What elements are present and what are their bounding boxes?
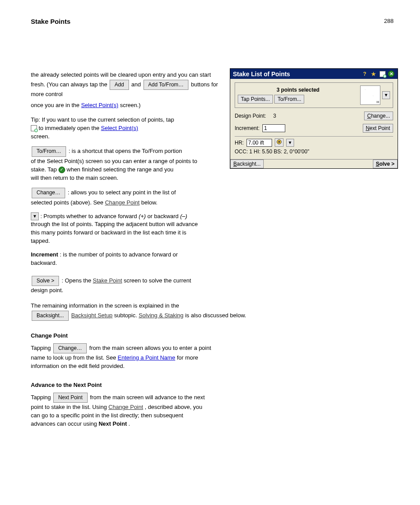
occ-status: OCC: 1 HI: 5.50 BS: 2, 0°00'00" xyxy=(235,149,393,155)
design-point-label: Design Point: xyxy=(235,113,266,119)
hr-target-button[interactable] xyxy=(275,138,284,147)
figure-stake-list: Stake List of Points ? ★ ✕ 3 points sele… xyxy=(230,68,398,169)
solving-staking-xref[interactable]: Solving & Staking xyxy=(139,312,184,319)
select-points-link-2[interactable]: Select Point(s) xyxy=(101,125,138,131)
close-icon[interactable]: ✕ xyxy=(387,70,395,78)
para-change: Change… : allows you to select any point… xyxy=(31,187,398,207)
change-point-xref[interactable]: Change Point xyxy=(105,199,140,206)
next-point-button-ref[interactable]: Next Point xyxy=(53,393,87,403)
change-button[interactable]: CChange...hange... xyxy=(364,111,393,120)
clipboard-icon xyxy=(31,125,37,131)
page-title: Stake Points xyxy=(31,18,398,25)
add-button-ref[interactable]: Add xyxy=(110,80,129,90)
page-number: 288 xyxy=(384,18,394,24)
figure-titlebar: Stake List of Points ? ★ ✕ xyxy=(230,69,398,79)
hr-label: HR: xyxy=(235,140,244,146)
increment-input[interactable] xyxy=(262,124,285,132)
heading-change-point: Change Point xyxy=(31,332,398,340)
para-increment: Increment : is the number of points to a… xyxy=(31,251,398,267)
para-remaining: The remaining information in the screen … xyxy=(31,302,398,321)
points-preview: H · · xyxy=(360,85,380,105)
preview-dropdown[interactable]: ▼ xyxy=(382,91,390,99)
next-point-button[interactable]: Next Point xyxy=(363,124,393,133)
backsight-button[interactable]: Backsight... xyxy=(230,160,264,168)
check-icon: ✓ xyxy=(59,167,65,173)
tap-points-button[interactable]: Tap Points... xyxy=(238,95,273,104)
backsight-button-ref[interactable]: Backsight... xyxy=(32,311,69,321)
select-points-link[interactable]: Select Point(s) xyxy=(81,102,118,108)
backsight-setup-xref[interactable]: Backsight Setup xyxy=(71,312,113,319)
entering-point-name-link[interactable]: Entering a Point Name xyxy=(118,354,175,361)
design-point-value: 3 xyxy=(273,113,276,119)
para-dropdown: ▼ : Prompts whether to advance forward (… xyxy=(31,212,398,245)
para-np: Tapping Next Point from the main screen … xyxy=(31,392,398,428)
points-summary: 3 points selected xyxy=(238,87,358,93)
target-icon xyxy=(276,139,282,145)
para-cp: Tapping Change… from the main screen all… xyxy=(31,343,398,371)
increment-label: Increment: xyxy=(235,125,260,131)
clipboard-icon[interactable] xyxy=(379,70,386,78)
solve-button[interactable]: Solve > xyxy=(373,160,398,168)
solve-button-ref[interactable]: Solve > xyxy=(32,276,59,286)
tofrom-button-ref[interactable]: To/From… xyxy=(32,146,66,156)
heading-advance: Advance to the Next Point xyxy=(31,381,398,390)
change-button-ref[interactable]: Change… xyxy=(32,188,65,198)
svg-point-1 xyxy=(278,141,280,143)
star-icon[interactable]: ★ xyxy=(370,70,377,78)
stake-point-xref[interactable]: Stake Point xyxy=(93,277,122,284)
change-point-xref-2[interactable]: Change Point xyxy=(108,404,143,410)
figure-title: Stake List of Points xyxy=(233,71,360,78)
hr-dropdown[interactable]: ▼ xyxy=(286,139,294,147)
to-from-button[interactable]: To/From... xyxy=(274,95,304,104)
help-icon[interactable]: ? xyxy=(361,70,368,78)
add-tofrom-button-ref[interactable]: Add To/From… xyxy=(144,80,188,90)
change-button-ref-2[interactable]: Change… xyxy=(53,343,87,353)
para-solve: Solve > : Opens the Stake Point screen t… xyxy=(31,275,398,295)
hr-input[interactable] xyxy=(247,139,272,147)
direction-dropdown-ref[interactable]: ▼ xyxy=(31,212,39,220)
points-group: 3 points selected Tap Points... To/From.… xyxy=(235,82,393,108)
